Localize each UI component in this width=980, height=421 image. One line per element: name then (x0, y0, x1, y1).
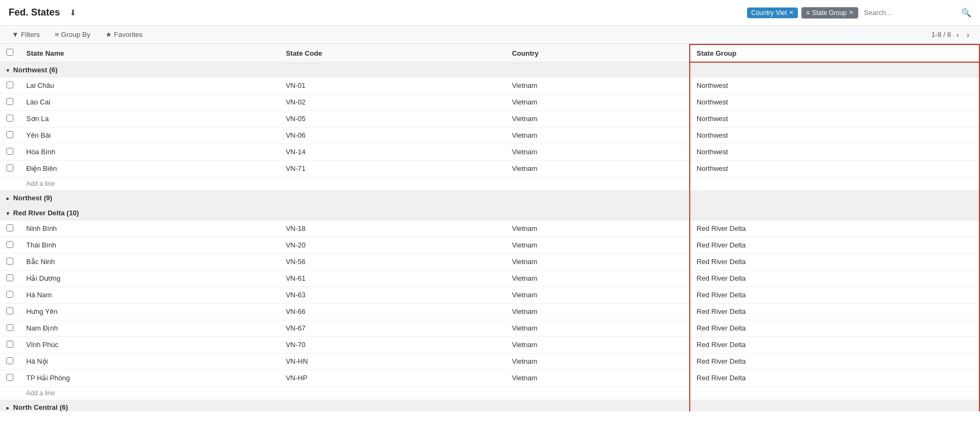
table-wrapper: State Name State Code Country State Grou… (0, 44, 980, 411)
row-select-checkbox[interactable] (6, 148, 13, 155)
row-state-code: VN-01 (280, 77, 506, 94)
expand-icon[interactable]: ▸ (6, 405, 9, 411)
group-header-row[interactable]: ▸ Northest (9) (0, 190, 979, 205)
select-all-checkbox[interactable] (6, 49, 13, 56)
favorites-label: Favorites (114, 31, 142, 39)
download-button[interactable]: ⬇ (66, 6, 80, 20)
add-line-label[interactable]: Add a line (20, 386, 690, 400)
add-line-row[interactable]: Add a line (0, 177, 979, 190)
search-input[interactable] (862, 7, 958, 18)
favorites-button[interactable]: ★ Favorites (102, 29, 146, 40)
expand-icon[interactable]: ▸ (6, 196, 9, 201)
row-select-checkbox[interactable] (6, 164, 13, 171)
row-state-code: VN-67 (280, 320, 506, 336)
row-state-group: Red River Delta (690, 353, 979, 370)
row-checkbox[interactable] (0, 253, 20, 270)
add-line-label[interactable]: Add a line (20, 177, 690, 190)
add-line-state-group-cell (690, 386, 979, 400)
filters-button[interactable]: ▼ Filters (9, 29, 43, 40)
row-state-code: VN-HN (280, 353, 506, 370)
row-checkbox[interactable] (0, 370, 20, 386)
favorites-icon: ★ (105, 31, 112, 39)
row-state-name: Hà Nội (20, 353, 280, 370)
row-select-checkbox[interactable] (6, 341, 13, 348)
table-row: Vĩnh Phúc VN-70 Vietnam Red River Delta (0, 336, 979, 353)
row-state-name: Hải Dương (20, 270, 280, 287)
state-group-filter-close[interactable]: ✕ (849, 9, 854, 16)
row-checkbox[interactable] (0, 160, 20, 177)
page-header: Fed. States ⬇ Country Viet ✕ ≡ State Gro… (0, 0, 980, 26)
row-country: Vietnam (506, 303, 690, 320)
row-checkbox[interactable] (0, 144, 20, 160)
row-select-checkbox[interactable] (6, 241, 13, 248)
row-country: Vietnam (506, 253, 690, 270)
row-checkbox[interactable] (0, 303, 20, 320)
row-checkbox[interactable] (0, 270, 20, 287)
row-state-name: Thái Bình (20, 237, 280, 253)
table-row: Lào Cai VN-02 Vietnam Northwest (0, 94, 979, 110)
row-state-group: Red River Delta (690, 336, 979, 353)
add-line-row[interactable]: Add a line (0, 386, 979, 400)
row-checkbox[interactable] (0, 94, 20, 110)
row-select-checkbox[interactable] (6, 357, 13, 364)
row-state-group: Northwest (690, 77, 979, 94)
row-state-group: Red River Delta (690, 370, 979, 386)
row-checkbox[interactable] (0, 287, 20, 303)
row-state-group: Red River Delta (690, 220, 979, 237)
row-select-checkbox[interactable] (6, 307, 13, 314)
collapse-icon[interactable]: ▾ (6, 210, 9, 216)
row-checkbox[interactable] (0, 353, 20, 370)
row-country: Vietnam (506, 370, 690, 386)
search-button[interactable]: 🔍 (961, 8, 971, 18)
row-select-checkbox[interactable] (6, 98, 13, 105)
group-header-row[interactable]: ▾ Red River Delta (10) (0, 205, 979, 220)
toolbar-left: ▼ Filters ≡ Group By ★ Favorites (9, 29, 146, 40)
row-state-group: Northwest (690, 110, 979, 127)
row-country: Vietnam (506, 94, 690, 110)
row-state-name: Vĩnh Phúc (20, 336, 280, 353)
row-state-name: Lào Cai (20, 94, 280, 110)
group-header-row[interactable]: ▾ Northwest (6) (0, 62, 979, 77)
group-header-cell: ▸ North Central (6) (0, 400, 690, 411)
group-by-button[interactable]: ≡ Group By (51, 29, 94, 40)
row-select-checkbox[interactable] (6, 274, 13, 281)
row-select-checkbox[interactable] (6, 81, 13, 88)
row-state-group: Red River Delta (690, 303, 979, 320)
row-state-name: Bắc Ninh (20, 253, 280, 270)
row-checkbox[interactable] (0, 320, 20, 336)
row-select-checkbox[interactable] (6, 374, 13, 381)
header-state-code: State Code (280, 44, 506, 62)
prev-page-button[interactable]: ‹ (954, 29, 961, 40)
row-state-group: Northwest (690, 144, 979, 160)
row-state-code: VN-56 (280, 253, 506, 270)
main-table: State Name State Code Country State Grou… (0, 44, 980, 411)
row-state-code: VN-66 (280, 303, 506, 320)
row-select-checkbox[interactable] (6, 131, 13, 138)
row-checkbox[interactable] (0, 237, 20, 253)
header-country: Country (506, 44, 690, 62)
row-checkbox[interactable] (0, 77, 20, 94)
country-filter-close[interactable]: ✕ (789, 9, 794, 16)
table-row: Nam Định VN-67 Vietnam Red River Delta (0, 320, 979, 336)
row-state-group: Red River Delta (690, 320, 979, 336)
group-header-row[interactable]: ▸ North Central (6) (0, 400, 979, 411)
row-select-checkbox[interactable] (6, 115, 13, 122)
row-select-checkbox[interactable] (6, 258, 13, 265)
row-state-code: VN-70 (280, 336, 506, 353)
row-checkbox[interactable] (0, 110, 20, 127)
row-country: Vietnam (506, 287, 690, 303)
row-checkbox[interactable] (0, 127, 20, 144)
header-state-name: State Name (20, 44, 280, 62)
group-header-state-group-cell (690, 62, 979, 77)
row-state-name: Yên Bái (20, 127, 280, 144)
row-checkbox[interactable] (0, 336, 20, 353)
row-checkbox[interactable] (0, 220, 20, 237)
row-select-checkbox[interactable] (6, 224, 13, 231)
row-country: Vietnam (506, 237, 690, 253)
next-page-button[interactable]: › (964, 29, 971, 40)
row-state-group: Red River Delta (690, 237, 979, 253)
row-select-checkbox[interactable] (6, 324, 13, 331)
collapse-icon[interactable]: ▾ (6, 67, 9, 73)
row-country: Vietnam (506, 336, 690, 353)
row-select-checkbox[interactable] (6, 291, 13, 298)
